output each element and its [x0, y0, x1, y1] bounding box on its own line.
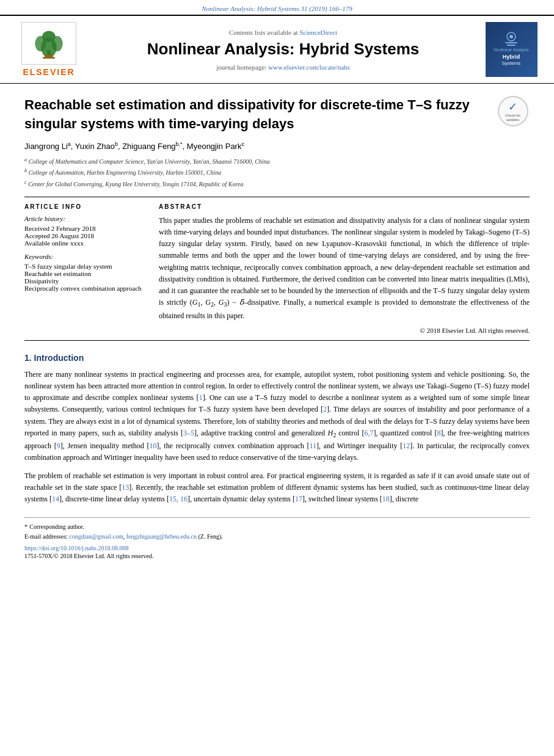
ref-6-7: 6,7: [364, 429, 373, 437]
main-divider: [24, 340, 530, 341]
check-updates-icon: ✓: [508, 100, 517, 114]
journal-reference-text: Nonlinear Analysis: Hybrid Systems 31 (2…: [202, 5, 352, 12]
journal-reference-bar: Nonlinear Analysis: Hybrid Systems 31 (2…: [0, 0, 554, 15]
doi-link[interactable]: https://doi.org/10.1016/j.nahs.2018.08.0…: [24, 545, 530, 551]
svg-point-4: [42, 31, 56, 42]
keyword-4: Reciprocally convex combination approach: [24, 285, 147, 292]
journal-logo-icon: [502, 32, 520, 47]
author-1-sup: a: [68, 141, 71, 147]
email-link-2[interactable]: fengzhiguang@hrbeu.edu.cn: [126, 533, 197, 540]
svg-rect-9: [505, 42, 517, 43]
ref-12: 12: [403, 442, 410, 450]
ref-10: 10: [150, 442, 157, 450]
check-updates-text: Check forupdates: [505, 114, 521, 122]
corresponding-author-label: Corresponding author.: [29, 523, 84, 530]
ref-14: 14: [52, 495, 59, 503]
author-2-sup: b: [115, 141, 118, 147]
ref-13: 13: [122, 483, 129, 492]
history-received: Received 2 February 2018: [24, 225, 147, 232]
intro-para-1: There are many nonlinear systems in prac…: [24, 369, 530, 464]
article-history: Article history: Received 2 February 201…: [24, 215, 147, 247]
ref-15-16: 15, 16: [169, 495, 188, 503]
author-3-name: Zhiguang Feng: [122, 142, 175, 151]
ref-1: 1: [199, 393, 203, 402]
journal-logo-text: Nonlinear Analysis Hybrid Systems: [494, 47, 529, 67]
elsevier-tree-svg: [27, 28, 70, 59]
elsevier-logo: ELSEVIER: [12, 22, 86, 77]
article-info-col: Article info Article history: Received 2…: [24, 203, 147, 334]
footnote-section: * Corresponding author. E-mail addresses…: [24, 517, 530, 559]
ref-3-5: 3–5: [183, 429, 194, 437]
issn-line: 1751-570X/© 2018 Elsevier Ltd. All right…: [24, 553, 530, 559]
article-history-title: Article history:: [24, 215, 147, 222]
history-accepted: Accepted 26 August 2018: [24, 232, 147, 239]
ref-2: 2: [323, 405, 327, 413]
main-content: Reachable set estimation and dissipativi…: [0, 96, 554, 559]
journal-logo-box: Nonlinear Analysis Hybrid Systems: [486, 22, 538, 77]
keyword-2: Reachable set estimation: [24, 270, 147, 277]
history-online: Available online xxxx: [24, 239, 147, 247]
sciencedirect-link[interactable]: ScienceDirect: [299, 29, 337, 36]
author-3-sup: b,*: [176, 141, 183, 147]
contents-available: Contents lists available at ScienceDirec…: [229, 29, 337, 36]
article-title-section: Reachable set estimation and dissipativi…: [24, 96, 530, 134]
email-link-1[interactable]: congdian@gmail.com: [69, 533, 123, 540]
keyword-1: T–S fuzzy singular delay system: [24, 263, 147, 270]
two-column-section: Article info Article history: Received 2…: [24, 203, 530, 334]
keywords-section: Keywords: T–S fuzzy singular delay syste…: [24, 253, 147, 292]
author-4-name: Myeongjin Park: [187, 142, 242, 151]
elsevier-wordmark: ELSEVIER: [21, 67, 76, 77]
ref-17: 17: [295, 495, 302, 503]
abstract-text: This paper studies the problems of reach…: [159, 215, 530, 322]
email-label: E-mail addresses: congdian@gmail.com, fe…: [24, 533, 223, 540]
keywords-title: Keywords:: [24, 253, 147, 260]
journal-homepage: journal homepage: www.elsevier.com/locat…: [216, 64, 350, 71]
journal-logo-right: Nonlinear Analysis Hybrid Systems: [481, 22, 542, 77]
author-2-name: Yuxin Zhao: [75, 142, 115, 151]
ref-9: 9: [57, 442, 60, 450]
svg-rect-10: [507, 45, 516, 46]
copyright-line: © 2018 Elsevier Ltd. All rights reserved…: [159, 327, 530, 334]
both-word: both: [225, 251, 238, 260]
check-for-updates-badge: ✓ Check forupdates: [496, 96, 530, 126]
article-title: Reachable set estimation and dissipativi…: [24, 96, 489, 134]
article-info-label: Article info: [24, 203, 147, 210]
author-1-name: Jiangrong Li: [24, 142, 68, 151]
journal-header: ELSEVIER Contents lists available at Sci…: [0, 15, 554, 84]
svg-point-8: [509, 35, 513, 38]
elsevier-logo-box: [21, 22, 76, 65]
svg-rect-6: [43, 57, 55, 59]
affil-a: a College of Mathematics and Computer Sc…: [24, 156, 530, 167]
ref-11: 11: [310, 442, 317, 450]
introduction-section: 1. Introduction There are many nonlinear…: [24, 353, 530, 505]
affiliations: a College of Mathematics and Computer Sc…: [24, 156, 530, 189]
ref-18: 18: [382, 495, 390, 503]
intro-para-2: The problem of reachable set estimation …: [24, 470, 530, 506]
keyword-3: Dissipativity: [24, 277, 147, 285]
journal-title: Nonlinear Analysis: Hybrid Systems: [147, 40, 420, 59]
journal-homepage-link[interactable]: www.elsevier.com/locate/nahs: [268, 64, 350, 71]
abstract-label: Abstract: [159, 203, 530, 210]
authors-line: Jiangrong Lia, Yuxin Zhaob, Zhiguang Fen…: [24, 141, 530, 151]
affil-c: c Center for Global Converging, Kyung He…: [24, 178, 530, 189]
ref-8: 8: [437, 429, 441, 437]
affil-b: b College of Automation, Harbin Engineer…: [24, 167, 530, 178]
author-4-sup: c: [241, 141, 244, 147]
header-middle: Contents lists available at ScienceDirec…: [86, 22, 481, 77]
introduction-heading: 1. Introduction: [24, 353, 530, 363]
section-divider: [24, 197, 530, 197]
footnote-star: *: [24, 523, 27, 530]
abstract-col: Abstract This paper studies the problems…: [159, 203, 530, 334]
